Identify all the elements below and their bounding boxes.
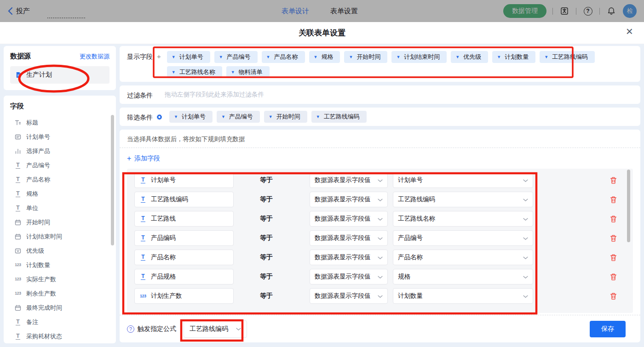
rule-field-input[interactable]: 123计划生产数 — [134, 288, 234, 304]
sidebar-field-item[interactable]: 123实际生产数 — [10, 272, 109, 286]
rule-source-select[interactable]: 数据源表显示字段值 — [310, 172, 388, 188]
display-field-tag[interactable]: ▼工艺路线编码 — [540, 51, 595, 63]
sidebar-field-label: 单位 — [26, 204, 38, 212]
help-icon[interactable]: ? — [582, 6, 593, 17]
rule-target-select[interactable]: 工艺路线编码 — [393, 192, 533, 207]
display-field-tags: ▼计划单号▼产品编号▼产品名称▼规格▼开始时间▼计划结束时间▼优先级▼计划数量▼… — [167, 51, 633, 78]
datasource-item[interactable]: 生产计划 — [10, 66, 109, 84]
display-field-tag[interactable]: ▼产品名称 — [262, 51, 305, 63]
change-datasource-link[interactable]: 更改数据源 — [80, 52, 109, 61]
sidebar-field-item[interactable]: T备注 — [10, 315, 109, 329]
screen-condition-tag[interactable]: ▼工艺路线编码 — [311, 111, 367, 123]
filter-condition-row[interactable]: 过滤条件 拖动左侧字段到此处来添加过滤条件 — [120, 85, 640, 104]
delete-rule-button[interactable] — [609, 272, 618, 281]
delete-rule-button[interactable] — [609, 253, 618, 262]
save-button[interactable]: 保存 — [590, 321, 626, 337]
rules-scrollbar[interactable] — [627, 170, 630, 242]
delete-rule-button[interactable] — [609, 291, 618, 301]
sidebar-field-item[interactable]: 标题 — [10, 115, 109, 130]
delete-rule-button[interactable] — [609, 233, 618, 243]
display-field-tag[interactable]: ▼计划结束时间 — [391, 51, 447, 63]
display-field-tag[interactable]: ▼产品编号 — [214, 51, 258, 63]
text-field-icon: T — [139, 254, 147, 261]
trigger-formula-select[interactable]: 工艺路线编码 — [184, 320, 247, 338]
add-display-field-button[interactable]: + — [157, 51, 161, 60]
rule-field-input[interactable]: T产品编码 — [134, 230, 234, 246]
sidebar-field-label: 计划结束时间 — [26, 233, 62, 241]
serial-field-icon — [14, 134, 22, 140]
sidebar-field-item[interactable]: 最终完成时间 — [10, 301, 109, 315]
sidebar-field-item[interactable]: T产品名称 — [10, 172, 109, 187]
datasource-panel: 数据源 更改数据源 生产计划 — [4, 46, 116, 90]
topbar-tab-1[interactable]: 表单设计 — [282, 7, 309, 16]
rule-target-select[interactable]: 计划数量 — [393, 288, 533, 304]
trigger-formula-value: 工艺路线编码 — [190, 325, 228, 333]
display-field-tag[interactable]: ▼工艺路线名称 — [167, 66, 222, 78]
sidebar-field-item[interactable]: 123剩余生产数 — [10, 286, 109, 301]
modal-title: 关联表单设置 — [299, 28, 345, 38]
notification-bell-icon[interactable] — [606, 6, 617, 17]
display-field-tag[interactable]: ▼物料清单 — [226, 66, 270, 78]
back-button[interactable]: 投产 — [7, 7, 30, 16]
sidebar-field-label: 产品编号 — [26, 161, 50, 170]
data-manage-button[interactable]: 数据管理 — [503, 4, 546, 18]
sidebar-field-item[interactable]: 开始时间 — [10, 215, 109, 229]
sidebar-field-item[interactable]: T产品编号 — [10, 158, 109, 172]
delete-rule-button[interactable] — [609, 176, 618, 185]
sidebar-field-item[interactable]: 计划结束时间 — [10, 229, 109, 244]
chevron-down-icon: ▼ — [231, 70, 235, 74]
sidebar-field-item[interactable]: 123计划数量 — [10, 258, 109, 272]
rule-target-select[interactable]: 工艺路线名称 — [393, 211, 533, 227]
sidebar-field-item[interactable]: 计划单号 — [10, 130, 109, 144]
chevron-left-icon — [7, 7, 13, 15]
language-icon[interactable] — [559, 6, 570, 17]
rule-target-select[interactable]: 计划单号 — [393, 172, 533, 188]
rule-source-select[interactable]: 数据源表显示字段值 — [310, 192, 388, 207]
rule-field-input[interactable]: T工艺路线 — [134, 211, 234, 227]
screen-condition-tag[interactable]: ▼产品编号 — [217, 111, 260, 123]
display-field-tag[interactable]: ▼优先级 — [451, 51, 488, 63]
sidebar-field-item[interactable]: T规格 — [10, 187, 109, 201]
rule-target-select[interactable]: 规格 — [393, 269, 533, 284]
delete-rule-button[interactable] — [609, 195, 618, 204]
trash-icon — [610, 273, 617, 281]
rule-field-input[interactable]: T产品规格 — [134, 269, 234, 284]
sidebar-field-label: 优先级 — [26, 247, 44, 255]
formula-help-icon[interactable]: ? — [127, 325, 134, 333]
rule-source-select[interactable]: 数据源表显示字段值 — [310, 250, 388, 265]
number-field-icon: 123 — [139, 294, 147, 298]
fields-scrollbar[interactable] — [111, 115, 114, 245]
rule-target-select[interactable]: 产品编号 — [393, 230, 533, 246]
delete-rule-button[interactable] — [609, 214, 618, 223]
rule-field-input[interactable]: T计划单号 — [134, 172, 234, 188]
chevron-down-icon — [523, 216, 528, 222]
display-field-tag[interactable]: ▼计划单号 — [167, 51, 210, 63]
display-field-tag[interactable]: ▼开始时间 — [344, 51, 387, 63]
rule-source-select[interactable]: 数据源表显示字段值 — [310, 269, 388, 284]
screen-condition-tag[interactable]: ▼开始时间 — [264, 111, 307, 123]
rule-target-select[interactable]: 产品名称 — [393, 250, 533, 265]
rule-field-input[interactable]: T工艺路线编码 — [134, 192, 234, 207]
display-field-tag[interactable]: ▼计划数量 — [492, 51, 535, 63]
screen-condition-tag[interactable]: ▼计划单号 — [169, 111, 213, 123]
close-icon[interactable]: × — [626, 25, 633, 37]
sidebar-field-item[interactable]: 优先级 — [10, 244, 109, 258]
rule-source-select[interactable]: 数据源表显示字段值 — [310, 230, 388, 246]
rule-field-input[interactable]: T产品名称 — [134, 250, 234, 265]
gear-icon[interactable] — [156, 114, 163, 120]
text-field-icon: T — [14, 162, 22, 169]
sidebar-field-item[interactable]: T采购耗材状态 — [10, 329, 109, 343]
display-field-tag[interactable]: ▼规格 — [309, 51, 340, 63]
rule-source-select[interactable]: 数据源表显示字段值 — [310, 288, 388, 304]
sidebar-field-item[interactable]: T单位 — [10, 201, 109, 215]
chevron-down-icon: ▼ — [544, 55, 548, 59]
rule-source-select[interactable]: 数据源表显示字段值 — [310, 211, 388, 227]
trash-icon — [610, 234, 617, 242]
trash-icon — [610, 196, 617, 204]
divider — [552, 8, 553, 15]
user-avatar[interactable]: 检 — [623, 4, 637, 18]
rule-field-name: 产品名称 — [151, 253, 176, 262]
sidebar-field-item[interactable]: 选择产品 — [10, 144, 109, 158]
add-field-button[interactable]: + 添加字段 — [127, 154, 160, 163]
topbar-tab-2[interactable]: 表单设置 — [330, 7, 358, 16]
